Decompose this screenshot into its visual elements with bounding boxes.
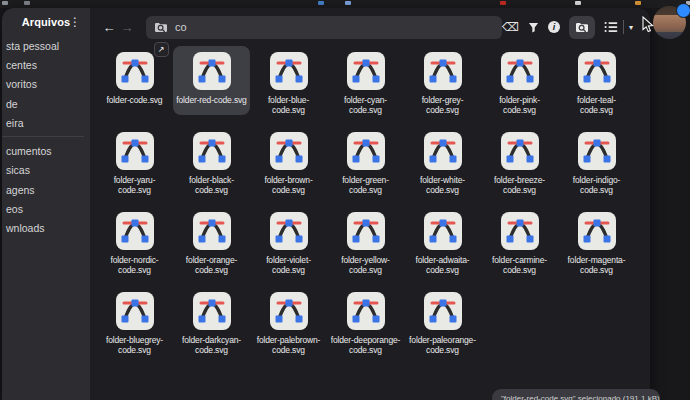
filter-icon[interactable] [528, 22, 539, 33]
file-icon-wrap [346, 131, 386, 171]
search-folder-toggle-icon [575, 21, 589, 33]
favicon-dot [575, 1, 581, 5]
sidebar-item[interactable]: eos [2, 199, 90, 218]
file-icon-wrap [192, 51, 232, 91]
file-name: folder-code.svg [107, 95, 163, 105]
file-item[interactable]: folder-deeporange- code.svg [327, 286, 404, 355]
sidebar-item[interactable]: de [2, 94, 90, 113]
search-toggle-button[interactable] [569, 16, 595, 39]
svg-file-icon [500, 51, 540, 91]
sidebar-item[interactable]: eira [2, 113, 90, 132]
favicon-dot [2, 1, 8, 5]
list-view-icon[interactable] [604, 21, 618, 33]
file-name: folder-bluegrey- code.svg [106, 335, 163, 355]
file-icon-wrap [269, 211, 309, 251]
file-name: folder-indigo- code.svg [573, 175, 621, 195]
file-item[interactable]: folder-green- code.svg [327, 126, 404, 195]
file-item[interactable]: folder-white- code.svg [404, 126, 481, 195]
file-item[interactable]: folder-paleorange- code.svg [404, 286, 481, 355]
file-item[interactable]: folder-red-code.svg [173, 46, 250, 115]
svg-file-icon [115, 51, 155, 91]
file-item[interactable]: folder-magenta- code.svg [558, 206, 635, 275]
svg-file-icon [269, 131, 309, 171]
favicon-dot [318, 1, 324, 5]
svg-file-icon [115, 211, 155, 251]
sidebar-item-label: cumentos [6, 145, 52, 157]
svg-file-icon [192, 51, 232, 91]
sidebar-item-label: sicas [6, 164, 30, 176]
file-item[interactable]: folder-bluegrey- code.svg [96, 286, 173, 355]
sidebar-item[interactable]: voritos [2, 75, 90, 94]
svg-file-icon [423, 291, 463, 331]
favicon-dot [500, 1, 506, 5]
svg-file-icon [115, 131, 155, 171]
content-pane: ← → co ⌫ i [90, 8, 650, 400]
svg-file-icon [269, 211, 309, 251]
file-name: folder-nordic- code.svg [111, 255, 159, 275]
sidebar-item[interactable]: sta pessoal [2, 36, 90, 55]
file-item[interactable]: folder-black- code.svg [173, 126, 250, 195]
sidebar-item[interactable]: cumentos [2, 141, 90, 160]
sidebar-folders-list: cumentos sicas agens eos wnloads [2, 141, 90, 237]
forward-button[interactable]: → [118, 20, 136, 35]
file-icon-wrap [423, 51, 463, 91]
svg-file-icon [269, 291, 309, 331]
sidebar-item-label: wnloads [6, 222, 45, 234]
file-name: folder-grey- code.svg [422, 95, 464, 115]
search-value: co [175, 21, 187, 33]
file-item[interactable]: folder-darkcyan- code.svg [173, 286, 250, 355]
file-name: folder-darkcyan- code.svg [182, 335, 241, 355]
file-item[interactable]: folder-yaru- code.svg [96, 126, 173, 195]
file-name: folder-orange- code.svg [186, 255, 237, 275]
file-item[interactable]: folder-violet- code.svg [250, 206, 327, 275]
file-item[interactable]: ↗ folder-code.svg [96, 46, 173, 115]
sidebar-item[interactable]: centes [2, 55, 90, 74]
notification-badge [676, 3, 690, 18]
sidebar: Arquivos ⋮ sta pessoal centes voritos de… [2, 8, 90, 400]
file-item[interactable]: folder-brown- code.svg [250, 126, 327, 195]
file-icon-wrap [500, 51, 540, 91]
file-item[interactable]: folder-blue- code.svg [250, 46, 327, 115]
file-icon-wrap [115, 131, 155, 171]
svg-file-icon [423, 131, 463, 171]
file-item[interactable]: folder-pink- code.svg [481, 46, 558, 115]
file-item[interactable]: folder-cyan- code.svg [327, 46, 404, 115]
clear-search-icon[interactable]: ⌫ [502, 21, 519, 33]
file-item[interactable]: folder-grey- code.svg [404, 46, 481, 115]
sidebar-item[interactable]: agens [2, 180, 90, 199]
file-item[interactable]: folder-yellow- code.svg [327, 206, 404, 275]
file-item[interactable]: folder-orange- code.svg [173, 206, 250, 275]
file-name: folder-yaru- code.svg [114, 175, 156, 195]
file-icon-wrap [269, 131, 309, 171]
sidebar-item-label: de [6, 98, 18, 110]
svg-file-icon [500, 131, 540, 171]
file-item[interactable]: folder-palebrown- code.svg [250, 286, 327, 355]
file-icon-wrap [577, 211, 617, 251]
svg-file-icon [269, 51, 309, 91]
search-input[interactable]: co [146, 16, 502, 39]
svg-file-icon [577, 211, 617, 251]
file-item[interactable]: folder-nordic- code.svg [96, 206, 173, 275]
file-item[interactable]: folder-carmine- code.svg [481, 206, 558, 275]
file-icon-wrap [192, 211, 232, 251]
file-icon-wrap [577, 131, 617, 171]
sidebar-item[interactable]: wnloads [2, 219, 90, 238]
file-name: folder-deeporange- code.svg [331, 335, 401, 355]
file-name: folder-palebrown- code.svg [257, 335, 321, 355]
back-button[interactable]: ← [100, 20, 118, 35]
svg-file-icon [192, 211, 232, 251]
file-item[interactable]: folder-breeze- code.svg [481, 126, 558, 195]
file-item[interactable]: folder-indigo- code.svg [558, 126, 635, 195]
file-item[interactable]: folder-adwaita- code.svg [404, 206, 481, 275]
file-grid: ↗ folder-code.svg folder-red-code.svg [96, 46, 650, 366]
file-name: folder-violet- code.svg [266, 255, 311, 275]
file-item[interactable]: folder-teal- code.svg [558, 46, 635, 115]
file-name: folder-green- code.svg [342, 175, 389, 195]
file-icon-wrap [192, 291, 232, 331]
menu-kebab-icon[interactable]: ⋮ [66, 12, 84, 32]
file-name: folder-paleorange- code.svg [409, 335, 476, 355]
svg-file-icon [346, 131, 386, 171]
info-icon[interactable]: i [548, 21, 560, 33]
sidebar-item[interactable]: sicas [2, 161, 90, 180]
view-options-caret-icon[interactable]: ▾ [629, 23, 633, 32]
